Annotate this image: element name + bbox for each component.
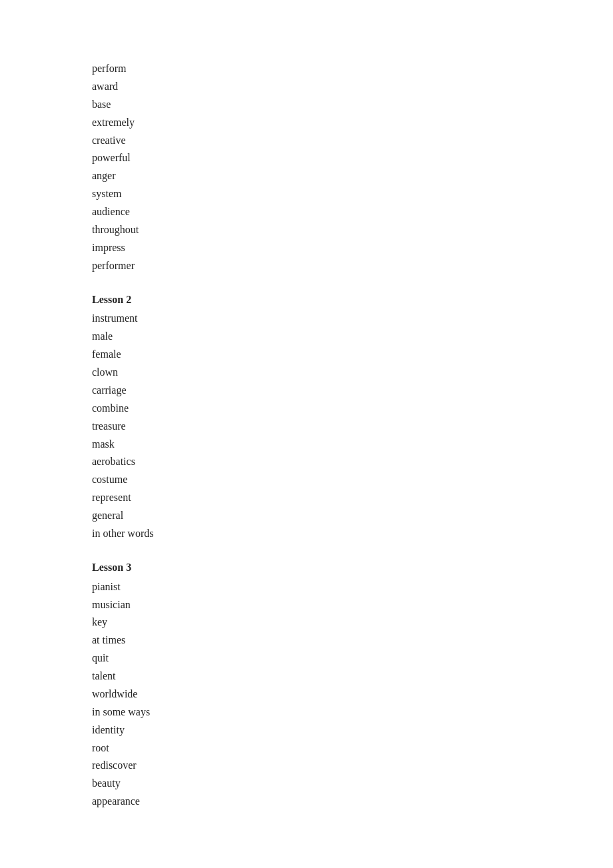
word-item: in other words: [92, 525, 613, 543]
lesson-heading-lesson3: Lesson 3: [92, 559, 613, 577]
word-item: powerful: [92, 149, 613, 167]
word-item: aerobatics: [92, 453, 613, 471]
word-item: at times: [92, 632, 613, 650]
word-item: mask: [92, 436, 613, 454]
word-item: audience: [92, 203, 613, 221]
word-item: rediscover: [92, 757, 613, 775]
word-item: treasure: [92, 418, 613, 436]
word-item: male: [92, 328, 613, 346]
word-item: creative: [92, 132, 613, 150]
word-item: extremely: [92, 114, 613, 132]
word-item: general: [92, 507, 613, 525]
word-item: talent: [92, 667, 613, 685]
word-item: system: [92, 185, 613, 203]
word-item: instrument: [92, 310, 613, 328]
word-item: key: [92, 614, 613, 632]
word-item: award: [92, 78, 613, 96]
word-item: pianist: [92, 578, 613, 596]
word-item: performer: [92, 257, 613, 275]
word-item: throughout: [92, 221, 613, 239]
word-item: in some ways: [92, 703, 613, 721]
word-item: appearance: [92, 793, 613, 811]
lesson-heading-lesson2: Lesson 2: [92, 291, 613, 309]
word-item: combine: [92, 400, 613, 418]
word-item: impress: [92, 239, 613, 257]
word-item: worldwide: [92, 685, 613, 703]
word-item: clown: [92, 364, 613, 382]
word-item: quit: [92, 650, 613, 667]
word-list: performawardbaseextremelycreativepowerfu…: [92, 60, 613, 811]
word-item: beauty: [92, 775, 613, 793]
word-item: base: [92, 96, 613, 114]
word-item: root: [92, 739, 613, 757]
word-item: female: [92, 346, 613, 364]
word-item: perform: [92, 60, 613, 78]
word-item: musician: [92, 596, 613, 614]
word-item: carriage: [92, 382, 613, 400]
word-item: anger: [92, 167, 613, 185]
word-item: represent: [92, 489, 613, 507]
word-item: identity: [92, 721, 613, 739]
word-item: costume: [92, 471, 613, 489]
